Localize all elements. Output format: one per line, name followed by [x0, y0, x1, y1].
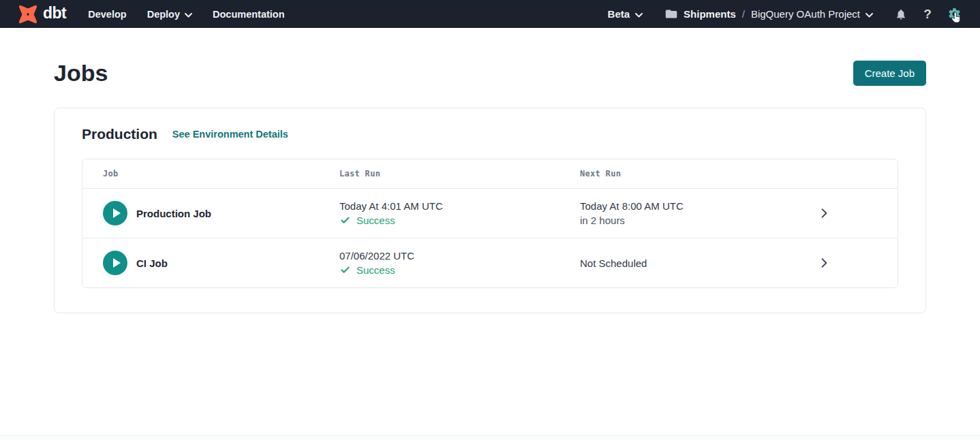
- job-name: Production Job: [136, 208, 211, 219]
- project-breadcrumb: Shipments / BigQuery OAuth Project: [665, 8, 873, 20]
- environment-name: Production: [82, 126, 157, 142]
- create-job-button[interactable]: Create Job: [853, 61, 926, 86]
- chevron-right-icon[interactable]: [817, 256, 831, 270]
- see-environment-details-link[interactable]: See Environment Details: [172, 129, 288, 140]
- main-content: Jobs Create Job Production See Environme…: [0, 60, 980, 313]
- beta-dropdown[interactable]: Beta: [608, 8, 643, 20]
- play-icon: [113, 208, 121, 218]
- project-name: BigQuery OAuth Project: [751, 8, 860, 20]
- column-header-next-run: Next Run: [580, 169, 810, 178]
- status-badge: Success: [356, 215, 395, 226]
- dbt-logo-icon: [18, 4, 38, 25]
- next-run-time: Today At 8:00 AM UTC: [580, 200, 810, 212]
- play-icon: [113, 258, 121, 268]
- environment-card: Production See Environment Details Job L…: [54, 108, 926, 313]
- account-name: Shipments: [684, 8, 736, 20]
- chevron-down-icon: [185, 9, 192, 20]
- jobs-table-header: Job Last Run Next Run: [82, 159, 898, 188]
- chevron-down-icon: [635, 8, 643, 20]
- jobs-table: Job Last Run Next Run Production Job Tod…: [82, 159, 898, 288]
- nav-item-deploy[interactable]: Deploy: [147, 9, 192, 20]
- column-header-job: Job: [103, 169, 339, 178]
- next-run-note: in 2 hours: [580, 215, 810, 226]
- table-row-ci-job[interactable]: CI Job 07/06/2022 UTC Success Not Schedu…: [82, 238, 898, 287]
- check-icon: [339, 215, 351, 225]
- bell-icon: [895, 8, 907, 20]
- job-name: CI Job: [136, 257, 168, 269]
- check-icon: [339, 265, 351, 275]
- top-navbar: dbt Develop Deploy Documentation Beta: [0, 0, 980, 28]
- help-button[interactable]: ?: [919, 6, 936, 22]
- dbt-logo[interactable]: dbt: [18, 4, 66, 25]
- chevron-down-icon: [866, 8, 873, 20]
- beta-label: Beta: [608, 8, 630, 20]
- project-selector[interactable]: BigQuery OAuth Project: [751, 8, 873, 20]
- dbt-logo-word: dbt: [43, 5, 66, 22]
- help-icon: ?: [923, 7, 932, 20]
- chevron-right-icon[interactable]: [817, 206, 831, 220]
- folder-icon: [665, 9, 677, 19]
- footer-edge: [0, 435, 980, 440]
- page-title: Jobs: [54, 60, 108, 87]
- column-header-last-run: Last Run: [339, 169, 580, 178]
- breadcrumb-separator: /: [742, 8, 745, 20]
- nav-item-documentation[interactable]: Documentation: [213, 9, 285, 20]
- settings-button[interactable]: [946, 6, 962, 22]
- gear-icon: [947, 7, 962, 21]
- last-run-time: Today At 4:01 AM UTC: [339, 200, 580, 212]
- run-job-button[interactable]: [103, 251, 127, 275]
- status-badge: Success: [356, 264, 395, 276]
- last-run-time: 07/06/2022 UTC: [339, 250, 580, 262]
- account-selector[interactable]: Shipments: [665, 8, 736, 20]
- notifications-button[interactable]: [893, 6, 909, 22]
- table-row-production-job[interactable]: Production Job Today At 4:01 AM UTC Succ…: [82, 188, 898, 238]
- nav-item-develop-label: Develop: [88, 9, 126, 20]
- nav-item-deploy-label: Deploy: [147, 9, 180, 20]
- nav-item-develop[interactable]: Develop: [88, 9, 126, 20]
- run-job-button[interactable]: [103, 201, 127, 225]
- next-run-time: Not Scheduled: [580, 257, 810, 269]
- nav-links: Develop Deploy Documentation: [88, 9, 284, 20]
- nav-item-documentation-label: Documentation: [213, 9, 285, 20]
